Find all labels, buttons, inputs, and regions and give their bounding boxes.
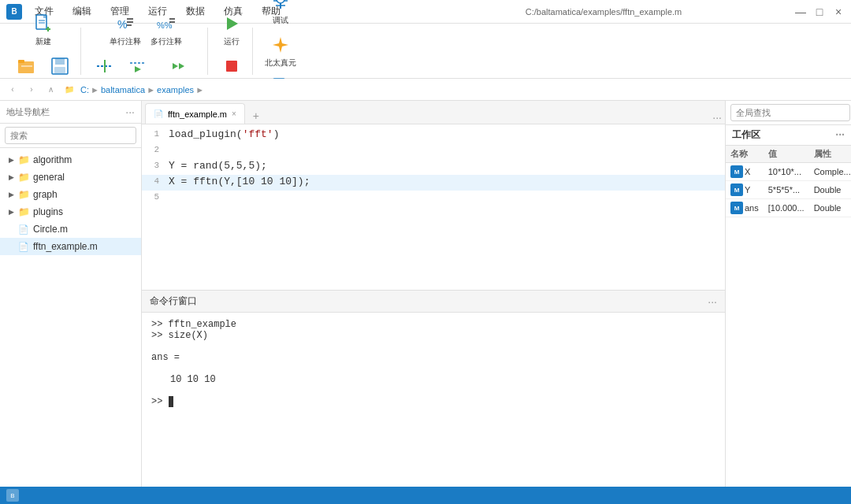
code-line-2: 2 — [142, 143, 725, 159]
north-star-button[interactable]: 北太真元 — [261, 32, 300, 71]
sidebar-search-area — [0, 124, 141, 148]
run-section-group: % 单行注释 %% 多行注释 — [84, 28, 208, 75]
cmd-line-5 — [151, 363, 715, 374]
multi-comment-button[interactable]: %% 多行注释 — [147, 10, 186, 50]
run-button[interactable]: 运行 — [216, 10, 247, 50]
debug-button[interactable]: 调试 — [265, 0, 296, 28]
line-content-4[interactable]: X = fftn(Y,[10 10 10]); — [165, 175, 725, 188]
tree-item-fftn[interactable]: 📄 fftn_example.m — [0, 238, 141, 255]
tree-item-algorithm[interactable]: ▶ 📁 algorithm — [0, 151, 141, 169]
menu-data[interactable]: 数据 — [183, 3, 208, 20]
workspace-menu-dots[interactable]: ··· — [835, 128, 845, 142]
var-icon-ans: M — [730, 202, 743, 214]
folder-icon-algorithm: 📁 — [17, 154, 30, 166]
line-content-3[interactable]: Y = rand(5,5,5); — [165, 159, 725, 172]
sidebar-search-input[interactable] — [5, 127, 136, 144]
exec-group: 运行 停止 — [211, 28, 253, 75]
cmd-line-7 — [151, 385, 715, 396]
file-toolbar-group: 新建 打开 — [6, 28, 81, 75]
col-name: 名称 — [726, 146, 764, 163]
workspace-title: 工作区 — [732, 128, 760, 142]
code-editor[interactable]: 1 load_plugin('fft') 2 3 Y = rand(5,5,5)… — [142, 124, 725, 290]
sidebar: 地址导航栏 ··· ▶ 📁 algorithm ▶ 📁 general ▶ 📁 … — [0, 101, 142, 487]
command-window: 命令行窗口 ··· >> fftn_example >> size(X) ans… — [142, 290, 725, 487]
var-icon-x: M — [730, 165, 743, 178]
maximize-button[interactable]: □ — [813, 6, 826, 18]
cmd-line-2: >> size(X) — [151, 330, 715, 341]
tree-label-graph: graph — [33, 189, 58, 200]
line-content-1[interactable]: load_plugin('fft') — [165, 128, 725, 141]
line-content-2[interactable] — [165, 143, 725, 157]
tab-file-icon: 📄 — [154, 109, 163, 118]
col-type: 属性 — [809, 146, 851, 163]
nav-up[interactable]: ∧ — [43, 82, 58, 98]
code-line-3: 3 Y = rand(5,5,5); — [142, 159, 725, 175]
cmd-body[interactable]: >> fftn_example >> size(X) ans = 10 10 1… — [142, 313, 725, 487]
folder-icon-plugins: 📁 — [17, 206, 30, 218]
nav-back[interactable]: ‹ — [5, 82, 20, 98]
nav-path-app[interactable]: baltamatica — [101, 85, 145, 94]
var-row-ans[interactable]: M ans [10.000... Double — [726, 199, 851, 217]
code-line-5: 5 — [142, 191, 725, 206]
workspace-header: 工作区 ··· — [726, 125, 851, 146]
single-comment-button[interactable]: % 单行注释 — [106, 10, 145, 50]
single-comment-icon: % — [114, 13, 136, 35]
minimize-button[interactable]: — — [794, 6, 807, 18]
var-value-x: 10*10*... — [764, 163, 809, 181]
statusbar: B — [0, 487, 851, 504]
menu-edit[interactable]: 编辑 — [69, 3, 95, 20]
code-line-1: 1 load_plugin('fft') — [142, 128, 725, 143]
nav-path: C: ► baltamatica ► examples ► — [80, 85, 204, 94]
single-comment-label: 单行注释 — [110, 36, 141, 47]
var-type-y: Double — [809, 181, 851, 199]
line-content-5[interactable] — [165, 191, 725, 204]
tree-item-graph[interactable]: ▶ 📁 graph — [0, 186, 141, 203]
tab-fftn[interactable]: 📄 fftn_example.m × — [145, 103, 245, 124]
cmd-title: 命令行窗口 — [150, 295, 197, 308]
line-number-5: 5 — [142, 191, 165, 202]
var-type-x: Comple... — [809, 163, 851, 181]
nav-forward[interactable]: › — [24, 82, 39, 98]
svg-point-27 — [277, 0, 284, 3]
line-number-4: 4 — [142, 175, 165, 186]
svg-text:%: % — [117, 18, 127, 31]
tab-add-button[interactable]: + — [248, 108, 264, 124]
svg-marker-23 — [173, 63, 178, 69]
var-row-x[interactable]: M X 10*10*... Comple... — [726, 163, 851, 181]
tab-label: fftn_example.m — [168, 109, 227, 119]
cmd-line-1: >> fftn_example — [151, 319, 715, 330]
tree-label-algorithm: algorithm — [33, 154, 72, 165]
cmd-header: 命令行窗口 ··· — [142, 291, 725, 313]
cmd-line-4: ans = — [151, 352, 715, 363]
tab-close-button[interactable]: × — [232, 109, 236, 118]
tab-overflow-menu[interactable]: ··· — [712, 111, 722, 124]
global-search-input[interactable] — [730, 104, 850, 121]
tree-item-general[interactable]: ▶ 📁 general — [0, 169, 141, 186]
tree-label-fftn: fftn_example.m — [33, 241, 98, 252]
new-label: 新建 — [35, 36, 51, 47]
tree-arrow-circle — [6, 224, 16, 234]
close-button[interactable]: × — [832, 6, 845, 18]
tree-arrow-fftn — [6, 242, 16, 251]
stop-icon — [221, 55, 243, 77]
new-button[interactable]: 新建 — [28, 10, 59, 50]
sidebar-menu-dots[interactable]: ··· — [125, 106, 135, 118]
var-type-ans: Double — [809, 199, 851, 217]
var-icon-y: M — [730, 183, 743, 196]
run-next-icon — [168, 55, 190, 77]
file-icon-fftn: 📄 — [17, 240, 30, 253]
tree-item-circle[interactable]: 📄 Circle.m — [0, 220, 141, 238]
nav-path-examples[interactable]: examples — [157, 85, 194, 94]
svg-marker-24 — [179, 63, 184, 69]
run-label: 运行 — [224, 36, 240, 47]
tree-item-plugins[interactable]: ▶ 📁 plugins — [0, 203, 141, 220]
nav-folder[interactable]: 📁 — [61, 82, 77, 98]
var-row-y[interactable]: M Y 5*5*5*... Double — [726, 181, 851, 199]
workspace-table-header: 名称 值 属性 — [726, 146, 851, 163]
nav-path-root[interactable]: C: — [80, 85, 89, 94]
tree-arrow-general: ▶ — [6, 172, 16, 182]
window-controls: — □ × — [794, 6, 845, 18]
debug-label: 调试 — [273, 15, 288, 26]
cmd-menu-dots[interactable]: ··· — [708, 295, 717, 308]
svg-rect-10 — [55, 58, 65, 65]
